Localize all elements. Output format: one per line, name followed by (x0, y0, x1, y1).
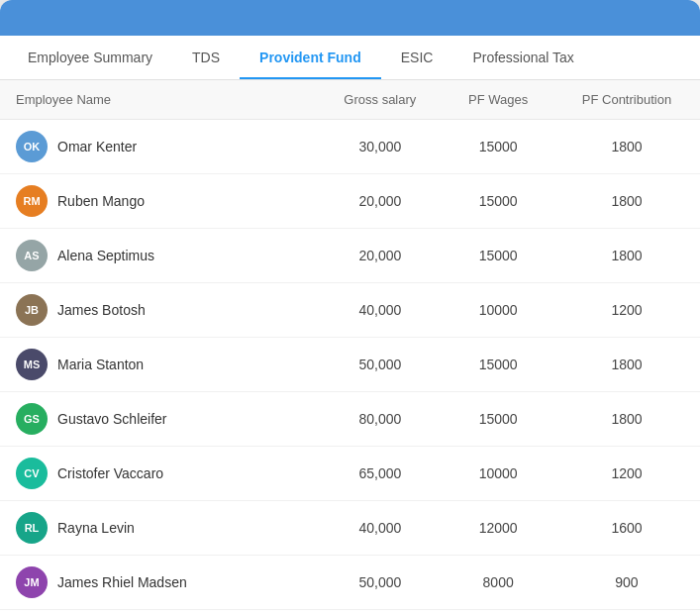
table-row: KBKaiya Baptista20,000140001600 (0, 610, 700, 615)
header (0, 0, 700, 36)
cell-pf_contribution: 1200 (553, 283, 700, 338)
employee-name: James Rhiel Madsen (57, 574, 187, 590)
employee-name: Maria Stanton (57, 357, 144, 372)
table-row: MSMaria Stanton50,000150001800 (0, 338, 700, 392)
tab-esic[interactable]: ESIC (381, 36, 453, 79)
cell-pf_contribution: 1800 (553, 120, 700, 174)
employee-cell: OKOmar Kenter (16, 131, 301, 162)
table-row: JBJames Botosh40,000100001200 (0, 283, 700, 338)
avatar: RL (16, 512, 48, 544)
cell-gross: 30,000 (317, 120, 443, 174)
employee-name-cell: GSGustavo Schleifer (0, 392, 317, 447)
cell-gross: 40,000 (317, 283, 443, 338)
table-row: GSGustavo Schleifer80,000150001800 (0, 392, 700, 447)
cell-pf_wages: 12000 (443, 501, 553, 556)
employee-name-cell: JBJames Botosh (0, 283, 317, 338)
avatar: GS (16, 403, 48, 435)
cell-pf_wages: 15000 (443, 174, 553, 229)
employee-cell: RLRayna Levin (16, 512, 301, 544)
cell-pf_wages: 14000 (443, 610, 553, 615)
cell-pf_contribution: 1200 (553, 447, 700, 501)
cell-gross: 20,000 (317, 610, 443, 615)
cell-pf_wages: 8000 (443, 556, 553, 610)
cell-pf_contribution: 1800 (553, 338, 700, 392)
data-table: Employee NameGross salaryPF WagesPF Cont… (0, 80, 700, 614)
cell-pf_wages: 15000 (443, 392, 553, 447)
employee-cell: CVCristofer Vaccaro (16, 458, 301, 489)
avatar: AS (16, 240, 48, 271)
table-row: OKOmar Kenter30,000150001800 (0, 120, 700, 174)
employee-name-cell: RLRayna Levin (0, 501, 317, 556)
cell-gross: 50,000 (317, 556, 443, 610)
cell-pf_wages: 15000 (443, 120, 553, 174)
avatar: RM (16, 185, 48, 217)
table-row: RLRayna Levin40,000120001600 (0, 501, 700, 556)
cell-gross: 40,000 (317, 501, 443, 556)
cell-pf_contribution: 1800 (553, 174, 700, 229)
employee-name-cell: MSMaria Stanton (0, 338, 317, 392)
employee-name: Rayna Levin (57, 520, 135, 536)
cell-pf_contribution: 900 (553, 556, 700, 610)
employee-cell: MSMaria Stanton (16, 349, 301, 380)
avatar: MS (16, 349, 48, 380)
employee-cell: JMJames Rhiel Madsen (16, 566, 301, 598)
col-header-gross: Gross salary (317, 80, 443, 120)
col-header-name: Employee Name (0, 80, 317, 120)
table-head: Employee NameGross salaryPF WagesPF Cont… (0, 80, 700, 120)
cell-pf_wages: 10000 (443, 447, 553, 501)
table-row: ASAlena Septimus20,000150001800 (0, 229, 700, 283)
cell-pf_wages: 15000 (443, 229, 553, 283)
cell-gross: 50,000 (317, 338, 443, 392)
cell-pf_contribution: 1600 (553, 610, 700, 615)
employee-name-cell: RMRuben Mango (0, 174, 317, 229)
employee-name-cell: KBKaiya Baptista (0, 610, 317, 615)
cell-pf_contribution: 1800 (553, 392, 700, 447)
tabs-bar: Employee SummaryTDSProvident FundESICPro… (0, 36, 700, 80)
avatar: JB (16, 294, 48, 326)
col-header-pf_contribution: PF Contribution (553, 80, 700, 120)
cell-gross: 20,000 (317, 174, 443, 229)
cell-pf_wages: 15000 (443, 338, 553, 392)
tab-professional-tax[interactable]: Professional Tax (452, 36, 593, 79)
cell-pf_wages: 10000 (443, 283, 553, 338)
table-row: CVCristofer Vaccaro65,000100001200 (0, 447, 700, 501)
table-container: Employee NameGross salaryPF WagesPF Cont… (0, 80, 700, 614)
employee-cell: RMRuben Mango (16, 185, 301, 217)
col-header-pf_wages: PF Wages (443, 80, 553, 120)
employee-name: Alena Septimus (57, 248, 154, 263)
cell-gross: 80,000 (317, 392, 443, 447)
table-row: JMJames Rhiel Madsen50,0008000900 (0, 556, 700, 610)
employee-name: Gustavo Schleifer (57, 411, 167, 427)
avatar: CV (16, 458, 48, 489)
table-row: RMRuben Mango20,000150001800 (0, 174, 700, 229)
employee-name: Omar Kenter (57, 139, 137, 154)
employee-name: Ruben Mango (57, 193, 145, 209)
employee-name-cell: JMJames Rhiel Madsen (0, 556, 317, 610)
employee-cell: ASAlena Septimus (16, 240, 301, 271)
tab-employee-summary[interactable]: Employee Summary (8, 36, 172, 79)
employee-name: James Botosh (57, 302, 146, 318)
avatar: OK (16, 131, 48, 162)
employee-cell: GSGustavo Schleifer (16, 403, 301, 435)
employee-name-cell: OKOmar Kenter (0, 120, 317, 174)
avatar: JM (16, 566, 48, 598)
tab-provident-fund[interactable]: Provident Fund (240, 36, 381, 79)
employee-name: Cristofer Vaccaro (57, 465, 163, 481)
app-container: Employee SummaryTDSProvident FundESICPro… (0, 0, 700, 614)
cell-pf_contribution: 1800 (553, 229, 700, 283)
cell-pf_contribution: 1600 (553, 501, 700, 556)
cell-gross: 20,000 (317, 229, 443, 283)
cell-gross: 65,000 (317, 447, 443, 501)
employee-name-cell: ASAlena Septimus (0, 229, 317, 283)
table-body: OKOmar Kenter30,000150001800RMRuben Mang… (0, 120, 700, 615)
tab-tds[interactable]: TDS (172, 36, 240, 79)
employee-name-cell: CVCristofer Vaccaro (0, 447, 317, 501)
employee-cell: JBJames Botosh (16, 294, 301, 326)
